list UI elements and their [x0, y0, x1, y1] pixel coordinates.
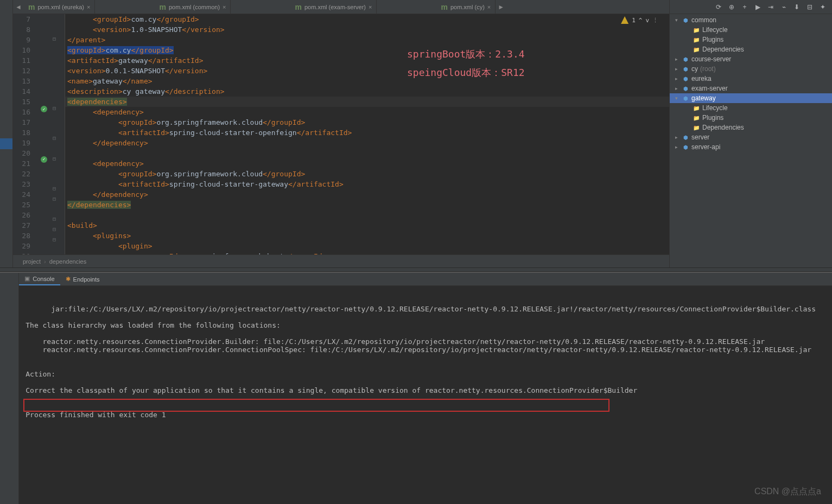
console-icon: ▣ [24, 275, 30, 282]
code-line[interactable]: <description>cy gateway</description> [65, 86, 669, 97]
maven-toolbar: ⟳ ⊕ + ▶ ⇥ ⌁ ⬇ ⊟ ✦ [670, 0, 832, 14]
code-line[interactable]: <groupId>org.springframework.boot</group… [65, 251, 669, 254]
bean-icon[interactable]: ✓ [41, 156, 47, 163]
module-icon: ⬢ [682, 65, 689, 73]
code-line[interactable]: <artifactId>spring-cloud-starter-gateway… [65, 179, 669, 189]
module-icon: ⬢ [682, 16, 689, 24]
settings-icon[interactable]: ✦ [819, 3, 827, 11]
maven-icon: m [159, 3, 166, 11]
tree-item-dependencies[interactable]: 📁Dependencies [670, 123, 832, 132]
add-icon[interactable]: + [741, 3, 748, 11]
module-icon: ⬢ [682, 55, 689, 63]
more-icon[interactable]: ⋮ [652, 17, 658, 24]
module-icon: ⬢ [682, 143, 689, 151]
annotation-2: speingCloud版本：SR12 [407, 66, 525, 79]
run-tool-strip[interactable] [0, 273, 19, 504]
tree-item-common[interactable]: ▾⬢common [670, 15, 832, 25]
tree-item-gateway[interactable]: ▾⬢gateway [670, 93, 832, 103]
console-output[interactable]: jar:file:/C:/Users/LX/.m2/repository/io/… [19, 286, 832, 504]
code-line[interactable]: </parent> [65, 35, 669, 45]
gutter: 7891011121314151617181920212223242526272… [13, 14, 65, 254]
code-line[interactable]: </dependency> [65, 138, 669, 148]
tree-item-dependencies[interactable]: 📁Dependencies [670, 44, 832, 54]
maven-icon: m [441, 3, 447, 11]
warning-icon [621, 16, 628, 24]
watermark: CSDN @点点点a [754, 486, 821, 497]
code-line[interactable]: <artifactId>spring-cloud-starter-openfei… [65, 127, 669, 138]
tab-console[interactable]: ▣Console [19, 273, 60, 285]
code-editor[interactable]: 1 ^ v ⋮ springBoot版本：2.3.4 speingCloud版本… [65, 14, 669, 254]
tab-next[interactable]: ► [496, 0, 506, 14]
toggle-icon[interactable]: ⌁ [780, 3, 787, 11]
refresh-icon[interactable]: ⟳ [715, 3, 722, 11]
run-tabs: ▣Console ✱Endpoints [19, 273, 832, 286]
close-icon[interactable]: × [87, 4, 90, 10]
code-line[interactable]: </dependencies> [65, 200, 669, 210]
code-line[interactable] [65, 148, 669, 158]
bean-icon[interactable]: ✓ [41, 106, 47, 112]
folder-icon: 📁 [693, 46, 700, 53]
code-line[interactable]: <version>0.0.1-SNAPSHOT</version> [65, 66, 669, 76]
code-line[interactable]: <dependency> [65, 107, 669, 117]
code-line[interactable]: <plugins> [65, 231, 669, 241]
file-tab[interactable]: mpom.xml (common)× [155, 0, 231, 14]
maven-panel: ⟳ ⊕ + ▶ ⇥ ⌁ ⬇ ⊟ ✦ ▾⬢common📁Lifecycle📁Plu… [669, 0, 832, 267]
tool-indicator [0, 138, 12, 149]
file-tab[interactable]: mpom.xml (eureka)× [24, 0, 95, 14]
code-line[interactable]: <version>1.0-SNAPSHOT</version> [65, 24, 669, 35]
file-tab[interactable]: mpom.xml (cy)× [436, 0, 496, 14]
tree-item-lifecycle[interactable]: 📁Lifecycle [670, 103, 832, 113]
code-line[interactable]: <groupId>org.springframework.cloud</grou… [65, 169, 669, 179]
run-icon[interactable]: ▶ [754, 3, 761, 11]
generate-icon[interactable]: ⊕ [728, 3, 735, 11]
problems-icon[interactable]: ^ [639, 17, 643, 24]
code-line[interactable]: <groupId>com.cy</groupId> [65, 45, 669, 55]
tab-endpoints[interactable]: ✱Endpoints [60, 273, 105, 285]
tree-item-eureka[interactable]: ▸⬢eureka [670, 74, 832, 84]
code-line[interactable]: </dependency> [65, 189, 669, 200]
endpoints-icon: ✱ [66, 276, 71, 283]
panel-divider[interactable] [0, 267, 832, 272]
tab-prev[interactable]: ◄ [13, 0, 24, 14]
editor-status: 1 ^ v ⋮ [621, 16, 658, 24]
tree-item-plugins[interactable]: 📁Plugins [670, 35, 832, 44]
tree-item-plugins[interactable]: 📁Plugins [670, 113, 832, 123]
tree-item-exam-server[interactable]: ▸⬢exam-server [670, 84, 832, 93]
download-icon[interactable]: ⬇ [793, 3, 801, 11]
collapse-icon[interactable]: ⊟ [806, 3, 814, 11]
highlight-box [23, 399, 609, 412]
maven-tree[interactable]: ▾⬢common📁Lifecycle📁Plugins📁Dependencies▸… [670, 14, 832, 153]
code-line[interactable]: <name>gateway</name> [65, 76, 669, 86]
maven-icon: m [295, 3, 301, 11]
annotation-1: springBoot版本：2.3.4 [407, 48, 525, 61]
code-line[interactable]: <build> [65, 220, 669, 231]
tree-item-lifecycle[interactable]: 📁Lifecycle [670, 25, 832, 35]
breadcrumb[interactable]: project›dependencies [13, 254, 669, 267]
code-line[interactable]: <dependencies> [65, 97, 669, 107]
folder-icon: 📁 [693, 104, 700, 112]
tree-item-server[interactable]: ▸⬢server [670, 132, 832, 142]
code-line[interactable]: <plugin> [65, 241, 669, 251]
module-icon: ⬢ [682, 133, 689, 141]
code-line[interactable]: <groupId>com.cy</groupId> [65, 14, 669, 24]
module-icon: ⬢ [682, 75, 689, 82]
close-icon[interactable]: × [487, 4, 491, 10]
exec-icon[interactable]: ⇥ [767, 3, 774, 11]
code-line[interactable]: <artifactId>gateway</artifactId> [65, 55, 669, 66]
code-line[interactable] [65, 210, 669, 220]
tree-item-server-api[interactable]: ▸⬢server-api [670, 142, 832, 152]
close-icon[interactable]: × [223, 4, 226, 10]
maven-icon: m [28, 3, 35, 11]
file-tab[interactable]: mpom.xml (exam-server)× [290, 0, 377, 14]
code-line[interactable]: <groupId>org.springframework.cloud</grou… [65, 117, 669, 127]
close-icon[interactable]: × [369, 4, 372, 10]
folder-icon: 📁 [693, 36, 700, 43]
left-tool-strip[interactable] [0, 0, 13, 267]
code-line[interactable]: <dependency> [65, 158, 669, 169]
tree-item-cy[interactable]: ▸⬢cy (root) [670, 64, 832, 74]
tree-item-course-server[interactable]: ▸⬢course-server [670, 54, 832, 64]
folder-icon: 📁 [693, 26, 700, 34]
problems-icon[interactable]: v [645, 17, 649, 24]
folder-icon: 📁 [693, 114, 700, 122]
module-icon: ⬢ [682, 85, 689, 92]
